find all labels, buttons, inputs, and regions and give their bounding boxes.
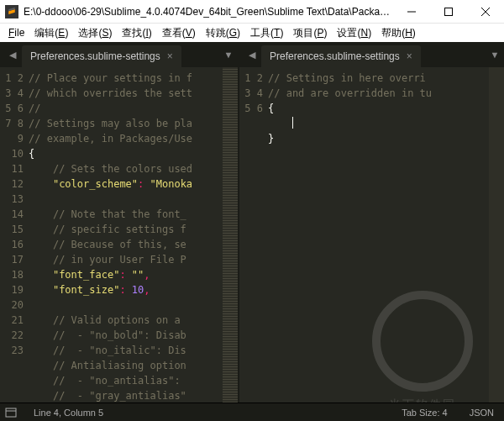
window-controls xyxy=(393,0,504,24)
tab-scroll-right[interactable]: ▼ xyxy=(219,42,238,67)
close-button[interactable] xyxy=(467,0,504,24)
tab-close-icon[interactable]: × xyxy=(167,50,173,62)
left-pane: ◀ Preferences.sublime-settings × ▼ 1 2 3… xyxy=(0,42,239,403)
menu-t[interactable]: 工具(T) xyxy=(245,24,288,42)
statusbar: Line 4, Column 5 Tab Size: 4 JSON xyxy=(0,403,504,421)
right-pane: ◀ Preferences.sublime-settings × ▼ 1 2 3… xyxy=(239,42,504,403)
editor-area: ◀ Preferences.sublime-settings × ▼ 1 2 3… xyxy=(0,42,504,403)
maximize-icon xyxy=(444,8,453,16)
right-tab[interactable]: Preferences.sublime-settings × xyxy=(261,45,421,67)
left-tab[interactable]: Preferences.sublime-settings × xyxy=(22,45,181,67)
right-tab-label: Preferences.sublime-settings xyxy=(270,50,400,62)
tab-scroll-right[interactable]: ▼ xyxy=(486,42,504,67)
menu-i[interactable]: 查找(I) xyxy=(117,24,156,42)
menu-s[interactable]: 选择(S) xyxy=(73,24,117,42)
menu-g[interactable]: 转跳(G) xyxy=(201,24,245,42)
left-code[interactable]: // Place your settings in f // which ove… xyxy=(29,67,223,403)
minimize-icon xyxy=(407,8,416,16)
right-tab-row: ◀ Preferences.sublime-settings × ▼ xyxy=(239,42,504,67)
tab-scroll-left[interactable]: ◀ xyxy=(243,42,261,67)
right-code[interactable]: // Settings in here overri // and are ov… xyxy=(268,67,489,403)
svg-rect-0 xyxy=(445,8,453,15)
maximize-button[interactable] xyxy=(430,0,467,24)
window-title: E:\0-ddooo\06-29\Sublime_4.0.4074Dev_64b… xyxy=(24,6,393,18)
left-tab-row: ◀ Preferences.sublime-settings × ▼ xyxy=(0,42,238,67)
menu-e[interactable]: 编辑(E) xyxy=(29,24,73,42)
tab-close-icon[interactable]: × xyxy=(407,50,412,62)
menu-p[interactable]: 项目(P) xyxy=(288,24,332,42)
sublime-icon xyxy=(7,7,17,17)
menubar: File编辑(E)选择(S)查找(I)查看(V)转跳(G)工具(T)项目(P)设… xyxy=(0,24,504,42)
minimize-button[interactable] xyxy=(393,0,430,24)
app-icon xyxy=(5,5,18,18)
menu-v[interactable]: 查看(V) xyxy=(157,24,201,42)
menu-f[interactable]: File xyxy=(3,25,29,40)
status-syntax[interactable]: JSON xyxy=(465,408,499,418)
right-code-area[interactable]: 1 2 3 4 5 6 // Settings in here overri /… xyxy=(239,67,504,403)
tab-scroll-left[interactable]: ◀ xyxy=(3,42,22,67)
panel-switcher-icon[interactable] xyxy=(5,407,17,418)
menu-h[interactable]: 帮助(H) xyxy=(376,24,421,42)
left-gutter: 1 2 3 4 5 6 7 8 9 10 11 12 13 14 15 16 1… xyxy=(0,67,29,403)
left-tab-label: Preferences.sublime-settings xyxy=(30,50,160,62)
left-code-area[interactable]: 1 2 3 4 5 6 7 8 9 10 11 12 13 14 15 16 1… xyxy=(0,67,238,403)
status-tab-size[interactable]: Tab Size: 4 xyxy=(396,408,452,418)
left-minimap[interactable] xyxy=(223,67,238,403)
titlebar: E:\0-ddooo\06-29\Sublime_4.0.4074Dev_64b… xyxy=(0,0,504,24)
svg-rect-1 xyxy=(6,408,16,417)
close-icon xyxy=(481,8,490,16)
right-minimap[interactable] xyxy=(489,67,504,403)
watermark: 当下软件园 xyxy=(360,193,486,403)
status-position[interactable]: Line 4, Column 5 xyxy=(29,408,108,418)
menu-n[interactable]: 设置(N) xyxy=(332,24,376,42)
right-gutter: 1 2 3 4 5 6 xyxy=(239,67,268,403)
